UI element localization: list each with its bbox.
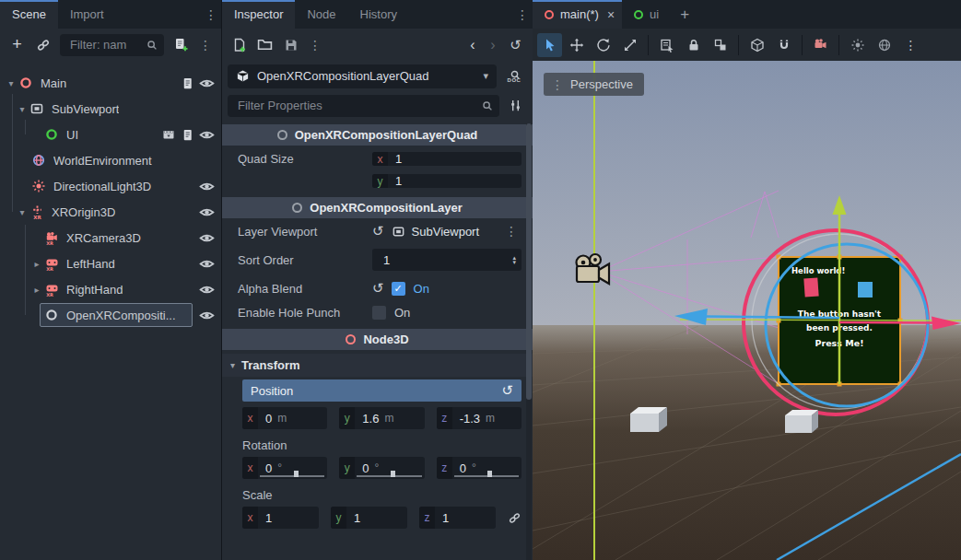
save-resource-button[interactable] [279, 33, 302, 56]
quad-size-x-field[interactable]: x 1 [372, 152, 522, 166]
collapse-open-icon[interactable]: ▾ [15, 207, 29, 217]
scale-z-field[interactable]: z 1 [419, 507, 496, 529]
cube-mesh-right[interactable] [785, 410, 818, 433]
visibility-eye-icon[interactable] [197, 228, 217, 248]
rotate-tool-button[interactable] [591, 33, 615, 57]
inspector-scrollbar[interactable] [526, 123, 532, 560]
visibility-eye-icon[interactable] [197, 177, 217, 196]
position-z-field[interactable]: z -1.3 m [437, 407, 522, 429]
sort-order-field[interactable]: 1 ▴▾ [372, 249, 522, 271]
history-forward-button[interactable]: › [484, 37, 502, 53]
select-tool-button[interactable] [537, 33, 562, 57]
tree-row-ui[interactable]: UI [0, 122, 221, 147]
collapse-closed-icon[interactable]: ▸ [29, 285, 44, 295]
viewport-3d-canvas[interactable]: Hello world! The button hasn't been pres… [533, 61, 961, 560]
lock-button[interactable] [681, 33, 706, 57]
rotation-z-field[interactable]: z 0 ° [437, 457, 522, 479]
tree-row-main[interactable]: ▾ Main [0, 70, 221, 96]
scene-dock-menu-icon[interactable]: ⋮ [201, 0, 221, 29]
visibility-eye-icon[interactable] [197, 254, 217, 274]
scale-link-icon[interactable] [508, 511, 522, 525]
collapse-closed-icon[interactable]: ▸ [29, 259, 44, 269]
tree-row-lefthand[interactable]: ▸ XR LeftHand [0, 251, 221, 276]
visibility-eye-icon[interactable] [197, 203, 217, 222]
rotation-y-slider[interactable] [357, 475, 421, 477]
scene-filter-box[interactable] [60, 34, 164, 56]
alpha-blend-checkbox[interactable]: ✓ [392, 282, 405, 296]
load-resource-button[interactable] [253, 33, 276, 56]
tab-scene[interactable]: Scene [0, 0, 58, 29]
visibility-eye-icon[interactable] [197, 280, 217, 299]
quad-size-y-field[interactable]: y 1 [372, 174, 522, 188]
inspector-menu-icon[interactable]: ⋮ [512, 0, 533, 29]
script-icon[interactable] [178, 74, 197, 93]
visibility-eye-icon[interactable] [197, 125, 217, 145]
tree-row-xrcamera3d[interactable]: XR XRCamera3D [0, 225, 221, 251]
enable-hole-punch-checkbox[interactable] [372, 306, 386, 320]
layer-viewport-picker[interactable]: SubViewport [392, 225, 479, 239]
transform-section-header[interactable]: ▾ Transform [222, 354, 533, 377]
scale-x-field[interactable]: x 1 [242, 507, 319, 529]
scene-tab-ui[interactable]: ui [622, 0, 671, 29]
tab-inspector[interactable]: Inspector [222, 0, 295, 29]
category-openxrcompositionlayerquad[interactable]: OpenXRCompositionLayerQuad [222, 124, 533, 146]
position-y-field[interactable]: y 1.6 m [339, 407, 424, 429]
visibility-eye-icon[interactable] [197, 74, 217, 93]
property-tools-button[interactable] [504, 94, 527, 117]
gizmo-z-axis[interactable] [706, 317, 839, 319]
tab-import[interactable]: Import [58, 0, 116, 29]
open-instanced-scene-icon[interactable] [158, 125, 178, 145]
rotation-x-field[interactable]: x 0 ° [242, 457, 327, 479]
rotation-z-slider[interactable] [454, 475, 519, 477]
cube-mesh-left[interactable] [630, 407, 667, 432]
history-back-button[interactable]: ‹ [463, 37, 482, 53]
move-tool-button[interactable] [564, 33, 589, 57]
scale-tool-button[interactable] [617, 33, 642, 57]
close-icon[interactable]: × [607, 7, 615, 22]
local-space-button[interactable] [744, 33, 769, 57]
position-x-field[interactable]: x 0 m [242, 407, 327, 429]
open-documentation-button[interactable]: DOC [501, 64, 527, 88]
collapse-open-icon[interactable]: ▾ [15, 104, 29, 114]
scene-toolbar-menu-icon[interactable]: ⋮ [195, 38, 216, 52]
gizmo-x-axis[interactable] [839, 322, 934, 323]
scene-filter-input[interactable] [68, 37, 146, 52]
tree-row-subviewport[interactable]: ▾ SubViewport [0, 96, 221, 122]
attach-script-button[interactable] [170, 33, 193, 56]
property-position-header[interactable]: Position ↺ [242, 379, 522, 402]
viewport-menu-icon[interactable]: ⋮ [898, 33, 923, 57]
new-scene-tab-button[interactable]: + [671, 0, 698, 29]
group-button[interactable] [708, 33, 732, 57]
rotation-x-slider[interactable] [260, 475, 324, 477]
tree-row-righthand[interactable]: ▸ XR RightHand [0, 276, 221, 302]
scale-y-field[interactable]: y 1 [331, 507, 407, 529]
object-selector[interactable]: OpenXRCompositionLayerQuad ▾ [228, 64, 497, 88]
tab-history[interactable]: History [348, 0, 409, 29]
snap-button[interactable] [771, 33, 796, 57]
list-select-button[interactable] [654, 33, 679, 57]
scene-tab-main[interactable]: main(*) × [533, 0, 622, 29]
revert-icon[interactable]: ↺ [501, 382, 513, 399]
filter-properties-input[interactable] [236, 98, 481, 113]
revert-icon[interactable]: ↺ [372, 280, 384, 297]
instance-scene-button[interactable] [31, 33, 54, 56]
rotation-y-field[interactable]: y 0 ° [339, 457, 424, 479]
tab-node[interactable]: Node [295, 0, 347, 29]
category-openxrcompositionlayer[interactable]: OpenXRCompositionLayer [222, 197, 533, 218]
preview-camera-button[interactable] [808, 33, 833, 57]
tree-row-openxrcompositionlayerquad[interactable]: OpenXRCompositi... [0, 302, 221, 328]
resource-menu-icon[interactable]: ⋮ [305, 38, 325, 52]
tree-row-xrorigin3d[interactable]: ▾ XR XROrigin3D [0, 199, 221, 225]
filter-properties-box[interactable] [228, 95, 499, 117]
collapse-open-icon[interactable]: ▾ [4, 78, 18, 88]
spinner-icon[interactable]: ▴▾ [512, 255, 516, 264]
object-history-button[interactable]: ↺ [504, 33, 527, 56]
tree-row-directionallight3d[interactable]: DirectionalLight3D [0, 173, 221, 199]
script-icon[interactable] [178, 125, 197, 145]
perspective-menu-button[interactable]: ⋮ Perspective [544, 73, 644, 96]
tree-row-worldenvironment[interactable]: WorldEnvironment [0, 147, 221, 173]
environment-settings-button[interactable] [872, 33, 897, 57]
revert-icon[interactable]: ↺ [372, 223, 384, 239]
category-node3d[interactable]: Node3D [222, 329, 533, 350]
new-resource-button[interactable] [228, 33, 251, 56]
